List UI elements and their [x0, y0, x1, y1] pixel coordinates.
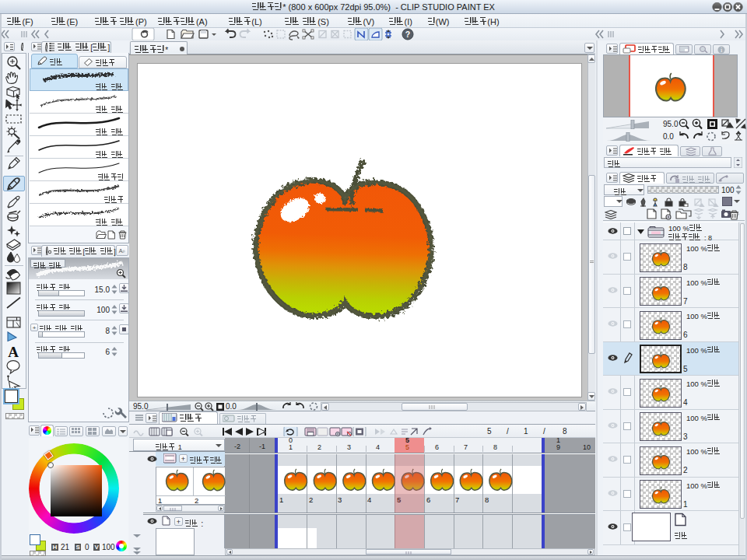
svg-text:A: A — [8, 344, 19, 360]
svg-text:?: ? — [405, 30, 410, 39]
